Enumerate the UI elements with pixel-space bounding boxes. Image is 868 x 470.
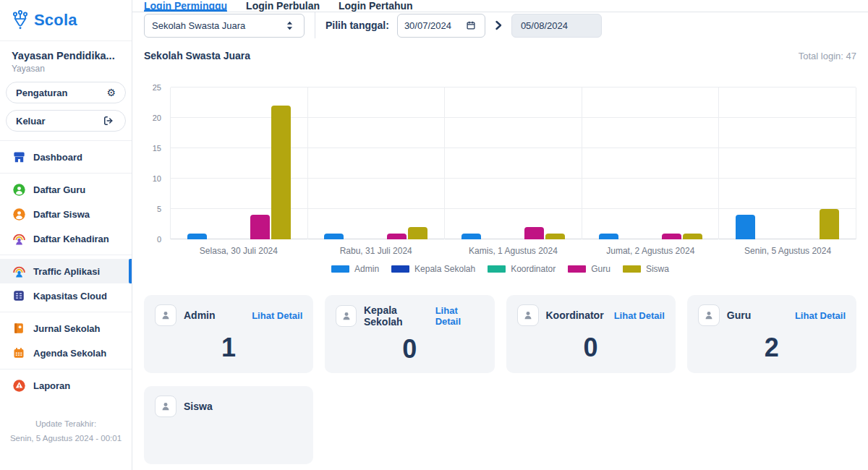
bar-guru[interactable] (524, 227, 544, 239)
bar-group (582, 87, 720, 239)
stat-card: Koordinator Lihat Detail 0 (506, 295, 676, 373)
sidebar-item-daftar-kehadiran[interactable]: Daftar Kehadiran (0, 226, 132, 251)
person-icon (155, 304, 176, 326)
sidebar-item-kapasitas-cloud[interactable]: Kapasitas Cloud (0, 283, 132, 308)
tab-login-perminggu[interactable]: Login Perminggu (144, 0, 227, 12)
lihat-detail-link[interactable]: Lihat Detail (614, 310, 665, 321)
settings-button[interactable]: Pengaturan ⚙ (6, 82, 126, 103)
stat-card: Siswa (144, 386, 313, 464)
traffic-rainbow-person-icon (12, 264, 26, 278)
stat-card-value: 1 (155, 333, 302, 363)
bar-slot (640, 87, 661, 239)
legend-item-koordinator[interactable]: Koordinator (488, 264, 556, 274)
legend-swatch (391, 265, 409, 273)
legend-item-siswa[interactable]: Siswa (623, 264, 669, 274)
stat-card-value: 0 (517, 333, 665, 363)
date-from-input[interactable]: 30/07/2024 (397, 14, 485, 38)
x-axis-labels: Selasa, 30 Juli 2024Rabu, 31 Juli 2024Ka… (144, 246, 856, 256)
bar-admin[interactable] (736, 215, 755, 239)
logout-button[interactable]: Keluar (6, 110, 126, 132)
last-update-note: Update Terakhir: Senin, 5 Agustus 2024 -… (0, 417, 132, 445)
stat-card: Guru Lihat Detail 2 (687, 295, 856, 373)
app-root: Scola Yayasan Pendidika... Yayasan Penga… (0, 0, 868, 470)
school-select-value: Sekolah Swasta Juara (152, 20, 245, 31)
bar-guru[interactable] (387, 234, 407, 239)
org-type: Yayasan (12, 64, 120, 74)
bar-admin[interactable] (187, 234, 207, 239)
bar-siswa[interactable] (408, 227, 427, 239)
stat-card-header: Koordinator Lihat Detail (517, 304, 665, 326)
bar-slot (461, 87, 482, 239)
legend-label: Guru (591, 264, 610, 274)
person-icon (155, 396, 176, 417)
stat-card-value: 2 (698, 333, 846, 363)
date-to-input[interactable]: 05/08/2024 (511, 14, 602, 38)
logo-text: Scola (34, 11, 77, 30)
x-axis-label: Jumat, 2 Agustus 2024 (582, 246, 719, 256)
bar-admin[interactable] (324, 234, 344, 239)
bar-slot (407, 87, 428, 239)
chevron-right-icon (494, 20, 503, 30)
legend-item-guru[interactable]: Guru (568, 264, 610, 274)
bar-siswa[interactable] (271, 106, 291, 239)
legend-item-kepala-sekolah[interactable]: Kepala Sekolah (391, 264, 475, 274)
bar-slot (323, 87, 344, 239)
lihat-detail-link[interactable]: Lihat Detail (795, 310, 846, 321)
bar-siswa[interactable] (820, 209, 839, 239)
sidebar-item-label: Dashboard (33, 152, 82, 163)
last-update-label: Update Terakhir: (7, 417, 124, 432)
bar-slot (598, 87, 619, 239)
sidebar-item-dashboard[interactable]: Dashboard (0, 145, 132, 169)
bar-admin[interactable] (461, 234, 481, 239)
student-person-icon (12, 207, 26, 221)
bar-chart: 0510152025 (144, 87, 856, 239)
bar-slot (661, 87, 682, 239)
bar-slot (482, 87, 503, 239)
sidebar-item-laporan[interactable]: Laporan (0, 373, 132, 398)
bar-siswa[interactable] (683, 234, 702, 239)
sidebar-item-jurnal-sekolah[interactable]: Jurnal Sekolah (0, 316, 132, 341)
lihat-detail-link[interactable]: Lihat Detail (252, 310, 302, 321)
tab-login-perbulan[interactable]: Login Perbulan (246, 0, 320, 12)
legend-swatch (488, 265, 506, 273)
sidebar-item-traffic-aplikasi[interactable]: Traffic Aplikasi (0, 259, 132, 283)
sidebar-item-agenda-sekolah[interactable]: Agenda Sekolah (0, 341, 132, 365)
school-select[interactable]: Sekolah Swasta Juara (144, 14, 305, 38)
bar-group (445, 87, 582, 239)
calendar-picker-icon (464, 20, 478, 31)
legend-label: Koordinator (511, 264, 556, 274)
bar-admin[interactable] (599, 234, 618, 239)
org-name: Yayasan Pendidika... (12, 50, 120, 61)
bar-slot (365, 87, 386, 239)
legend-swatch (331, 265, 349, 273)
journal-book-icon (12, 321, 26, 336)
bar-siswa[interactable] (545, 234, 565, 239)
chart-legend: AdminKepala SekolahKoordinatorGuruSiswa (144, 264, 856, 274)
sidebar-item-label: Daftar Kehadiran (33, 234, 109, 244)
stat-card-title: Koordinator (546, 309, 604, 321)
legend-item-admin[interactable]: Admin (331, 264, 379, 274)
date-to-value: 05/08/2024 (521, 20, 568, 31)
tab-login-pertahun[interactable]: Login Pertahun (339, 0, 413, 12)
bar-slot (545, 87, 566, 239)
select-updown-icon (282, 20, 297, 30)
bar-guru[interactable] (662, 234, 681, 239)
bar-slot (619, 87, 640, 239)
bar-slot (208, 87, 229, 239)
lihat-detail-link[interactable]: Lihat Detail (435, 305, 484, 327)
sidebar-item-daftar-guru[interactable]: Daftar Guru (0, 177, 132, 202)
y-tick-label: 10 (153, 174, 161, 183)
sidebar-item-label: Daftar Guru (33, 184, 85, 195)
attendance-rainbow-person-icon (12, 231, 26, 246)
bar-slot (344, 87, 365, 239)
logo[interactable]: Scola (0, 0, 132, 41)
bar-guru[interactable] (250, 215, 270, 239)
sidebar-item-daftar-siswa[interactable]: Daftar Siswa (0, 202, 132, 226)
report-warning-icon (12, 378, 26, 393)
stat-card-title: Siswa (184, 401, 213, 412)
bar-slot (250, 87, 271, 239)
bar-slot (735, 87, 756, 239)
person-icon (336, 305, 357, 327)
bar-slot (386, 87, 407, 239)
y-axis: 0510152025 (144, 87, 166, 239)
